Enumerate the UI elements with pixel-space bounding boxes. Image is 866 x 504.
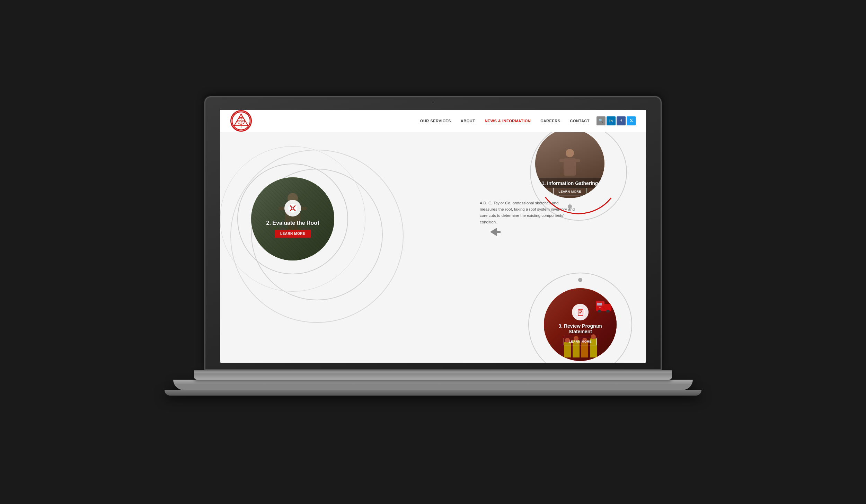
svg-text:D.C.: D.C. xyxy=(599,307,603,309)
site-header: D.C. TAYLOR CO. OUR SERVICES ABOUT NEWS … xyxy=(220,110,646,132)
laptop-mockup: D.C. TAYLOR CO. OUR SERVICES ABOUT NEWS … xyxy=(191,96,675,408)
circle-2-container: 2. Evaluate the Roof LEARN MORE xyxy=(251,177,334,260)
laptop-camera xyxy=(432,101,434,104)
nav-link-contact[interactable]: CONTACT xyxy=(570,119,590,123)
back-arrow-icon[interactable] xyxy=(488,226,501,238)
svg-text:TAYLOR: TAYLOR xyxy=(238,120,245,122)
laptop-stand xyxy=(173,380,693,390)
social-icons: 🔍 in f 𝕏 xyxy=(597,116,636,125)
twitter-icon[interactable]: 𝕏 xyxy=(627,116,636,125)
circle1-btn-wrap: LEARN MORE xyxy=(535,188,604,195)
nav-area: OUR SERVICES ABOUT NEWS & INFORMATION CA… xyxy=(420,116,636,125)
laptop-lid: D.C. TAYLOR CO. OUR SERVICES ABOUT NEWS … xyxy=(204,96,662,370)
svg-rect-28 xyxy=(597,303,602,306)
circle2-title: 2. Evaluate the Roof xyxy=(259,220,326,226)
circle2-overlay xyxy=(251,177,334,260)
laptop-hinge xyxy=(194,370,672,372)
svg-text:CO.: CO. xyxy=(240,123,242,124)
circle-2-photo: 2. Evaluate the Roof LEARN MORE xyxy=(251,177,334,260)
nav-link-our-services[interactable]: OUR SERVICES xyxy=(420,119,451,123)
svg-point-22 xyxy=(292,207,294,209)
circle3-truck: D.C. xyxy=(594,299,615,314)
site-main: 1. Information Gathering LEARN MORE xyxy=(220,132,646,363)
nav-link-news[interactable]: NEWS & INFORMATION xyxy=(485,119,531,123)
svg-rect-11 xyxy=(559,159,566,162)
search-icon[interactable]: 🔍 xyxy=(597,116,606,125)
circle1-title: 1. Information Gathering xyxy=(537,180,603,186)
circle-1-photo: 1. Information Gathering LEARN MORE xyxy=(535,132,604,198)
connector-dot-3 xyxy=(578,278,582,282)
svg-point-9 xyxy=(566,149,574,157)
truck-svg: D.C. xyxy=(594,299,615,312)
facebook-icon[interactable]: f xyxy=(617,116,626,125)
laptop-base xyxy=(194,370,672,380)
circle1-learn-more-button[interactable]: LEARN MORE xyxy=(553,188,586,195)
svg-marker-23 xyxy=(490,228,501,236)
laptop-screen: D.C. TAYLOR CO. OUR SERVICES ABOUT NEWS … xyxy=(220,110,646,363)
nav-link-careers[interactable]: CAREERS xyxy=(540,119,560,123)
circle-3-photo: D.C. xyxy=(544,288,617,361)
circle3-learn-more-button[interactable]: LEARN MORE xyxy=(564,338,597,345)
nav-link-about[interactable]: ABOUT xyxy=(461,119,475,123)
circle-1-container: 1. Information Gathering LEARN MORE xyxy=(535,132,604,198)
linkedin-icon[interactable]: in xyxy=(607,116,616,125)
nav-links: OUR SERVICES ABOUT NEWS & INFORMATION CA… xyxy=(420,119,590,123)
person-svg xyxy=(556,146,584,181)
circle2-icon-wrap xyxy=(284,200,301,216)
logo-svg: D.C. TAYLOR CO. xyxy=(231,111,251,131)
description-area: A D. C. Taylor Co. professional sketches… xyxy=(480,200,577,226)
circle-3-container: D.C. xyxy=(544,288,617,361)
laptop-stand-bottom xyxy=(165,390,701,396)
logo-circle: D.C. TAYLOR CO. xyxy=(230,110,252,132)
review-icon xyxy=(575,307,585,317)
circle3-icon-wrap xyxy=(572,304,589,320)
description-text: A D. C. Taylor Co. professional sketches… xyxy=(480,200,577,226)
svg-rect-12 xyxy=(574,159,580,162)
site-wrapper: D.C. TAYLOR CO. OUR SERVICES ABOUT NEWS … xyxy=(220,110,646,363)
circle2-learn-more-button[interactable]: LEARN MORE xyxy=(275,230,311,238)
evaluate-icon xyxy=(288,203,298,213)
back-arrow-wrap xyxy=(488,226,501,239)
logo-area[interactable]: D.C. TAYLOR CO. xyxy=(230,110,252,132)
circle3-title: 3. Review Program Statement xyxy=(544,323,617,334)
svg-text:D.C.: D.C. xyxy=(239,117,243,119)
